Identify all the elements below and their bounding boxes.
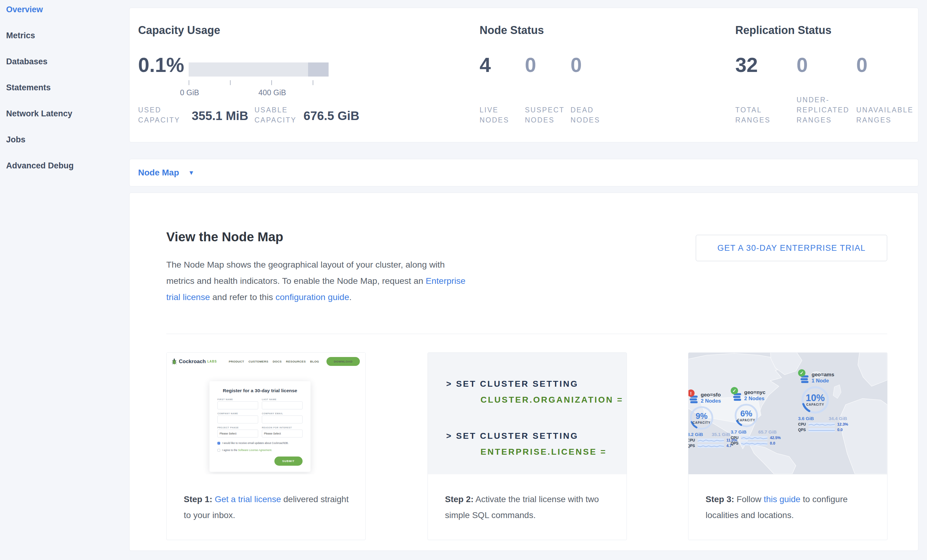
- capacity-gauge: 10% CAPACITY: [801, 385, 830, 414]
- capacity-axis-tick: [271, 80, 272, 85]
- node-map-dropdown-label: Node Map: [138, 168, 179, 178]
- used-gib: 3.6 GiB: [798, 416, 814, 421]
- unavailable-value: 0: [856, 53, 868, 77]
- sidebar: Overview Metrics Databases Statements Ne…: [6, 5, 123, 187]
- replication-status-title: Replication Status: [735, 24, 831, 37]
- qps-sparkline: [698, 444, 724, 448]
- content-area: Capacity Usage 0.1% 0 GiB 400 GiB USED C…: [129, 0, 918, 551]
- healthy-badge-icon: ✓: [798, 369, 805, 376]
- cpu-label: CPU: [731, 436, 741, 440]
- capacity-percent: 6%: [740, 409, 752, 418]
- dead-nodes-value: 0: [570, 53, 582, 77]
- capacity-percent: 9%: [696, 412, 707, 420]
- qps-label: QPS: [798, 428, 808, 432]
- cpu-sparkline: [808, 422, 835, 426]
- step3-label: Step 3:: [705, 495, 734, 504]
- step3-card: ! geo=sfo 2 Nodes: [688, 352, 887, 540]
- step1-caption: Step 1: Get a trial license delivered st…: [167, 474, 365, 523]
- capacity-bar-other-segment: [308, 62, 328, 77]
- sidebar-item-statements[interactable]: Statements: [6, 83, 123, 93]
- capacity-percent: 10%: [806, 394, 825, 402]
- capacity-axis-label-0: 0 GiB: [180, 88, 199, 97]
- capacity-bar: [188, 62, 328, 77]
- trial-license-form: Register for a 30-day trial license FIRS…: [210, 381, 310, 472]
- used-capacity-label: USED CAPACITY: [138, 105, 187, 125]
- cpu-value: 12.3%: [837, 422, 848, 426]
- configuration-guide-link[interactable]: configuration guide: [275, 292, 349, 302]
- qps-label: QPS: [688, 444, 698, 448]
- company-name-label: COMPANY NAME: [217, 413, 258, 414]
- mini-nav-blog: BLOG: [310, 360, 319, 363]
- mini-nav-customers: CUSTOMERS: [248, 360, 268, 363]
- mini-nav-docs: DOCS: [272, 360, 281, 363]
- under-replicated-label: UNDER-REPLICATED RANGES: [796, 95, 853, 125]
- live-nodes-value: 4: [480, 53, 491, 77]
- total-gib: 34.4 GiB: [829, 416, 847, 421]
- node-map-onboarding-panel: View the Node Map The Node Map shows the…: [129, 193, 918, 551]
- description-text: .: [349, 292, 351, 302]
- project-phase-select: Please Select: [217, 429, 258, 437]
- license-agreement-text: I agree to the Software License Agreemen…: [222, 449, 272, 452]
- email-updates-checkbox: [217, 442, 220, 445]
- node-map-description: The Node Map shows the geographical layo…: [166, 256, 470, 305]
- capacity-axis-label-400: 400 GiB: [258, 88, 286, 97]
- capacity-usage-title: Capacity Usage: [138, 24, 220, 37]
- company-name-field: [217, 416, 258, 423]
- section-divider: [166, 334, 887, 334]
- mini-nav-resources: RESOURCES: [286, 360, 306, 363]
- sql-arg-2: ENTERPRISE.LICENSE =: [480, 447, 626, 457]
- sidebar-item-jobs[interactable]: Jobs: [6, 135, 123, 144]
- cockroach-labs-logo-icon: [172, 358, 177, 365]
- step1-label: Step 1:: [184, 495, 212, 504]
- sidebar-item-metrics[interactable]: Metrics: [6, 31, 123, 40]
- capacity-caption: CAPACITY: [806, 403, 824, 406]
- mini-download-button: DOWNLOAD: [327, 357, 360, 366]
- first-name-field: [217, 401, 258, 409]
- qps-value: 0.0: [837, 428, 842, 432]
- capacity-axis-tick: [230, 80, 231, 85]
- sidebar-item-network-latency[interactable]: Network Latency: [6, 109, 123, 118]
- last-name-field: [262, 401, 302, 409]
- software-license-agreement-link: Software License Agreement.: [238, 449, 272, 452]
- capacity-caption: CAPACITY: [737, 419, 755, 422]
- qps-sparkline: [808, 428, 835, 432]
- mini-site-brand: Cockroach: [179, 358, 206, 365]
- used-capacity-value: 355.1 MiB: [192, 109, 248, 123]
- mini-site-header: Cockroach LABS PRODUCT CUSTOMERS DOCS RE…: [167, 353, 365, 366]
- get-trial-license-link[interactable]: Get a trial license: [215, 495, 281, 504]
- last-name-label: LAST NAME: [262, 398, 302, 401]
- company-email-label: COMPANY EMAIL: [262, 413, 302, 414]
- sql-command-1: > SET CLUSTER SETTING: [446, 379, 626, 389]
- mini-submit-button: SUBMIT: [274, 457, 303, 466]
- capacity-axis-tick: [188, 80, 189, 85]
- chevron-down-icon: ▼: [188, 169, 195, 176]
- locality-node-count: 2 Nodes: [744, 396, 765, 402]
- capacity-gauge: 6% CAPACITY: [734, 403, 759, 428]
- used-gib: 3.7 GiB: [731, 429, 747, 434]
- suspect-nodes-value: 0: [525, 53, 536, 77]
- usable-capacity-label: USABLE CAPACITY: [254, 105, 307, 125]
- first-name-label: FIRST NAME: [217, 398, 258, 401]
- enterprise-trial-button[interactable]: GET A 30-DAY ENTERPRISE TRIAL: [696, 235, 887, 261]
- node-map-dropdown[interactable]: Node Map ▼: [138, 168, 195, 178]
- sidebar-item-advanced-debug[interactable]: Advanced Debug: [6, 161, 123, 170]
- cpu-label: CPU: [798, 422, 808, 426]
- sidebar-item-databases[interactable]: Databases: [6, 57, 123, 67]
- step3-node-map-illustration: ! geo=sfo 2 Nodes: [688, 353, 887, 474]
- step2-sql-illustration: > SET CLUSTER SETTING CLUSTER.ORGANIZATI…: [428, 353, 626, 474]
- node-status-title: Node Status: [480, 24, 544, 37]
- page-title: View the Node Map: [166, 230, 283, 244]
- cpu-label: CPU: [688, 438, 698, 442]
- step2-card: > SET CLUSTER SETTING CLUSTER.ORGANIZATI…: [427, 352, 627, 540]
- sidebar-item-overview[interactable]: Overview: [6, 5, 123, 14]
- project-phase-label: PROJECT PHASE: [217, 426, 258, 429]
- this-guide-link[interactable]: this guide: [764, 495, 801, 504]
- qps-label: QPS: [731, 441, 741, 446]
- sql-command-2: > SET CLUSTER SETTING: [446, 431, 626, 441]
- locality-ams: ✓ geo=ams 1 Node: [798, 372, 859, 432]
- capacity-axis-tick: [313, 80, 313, 85]
- capacity-caption: CAPACITY: [693, 421, 710, 424]
- reason-select: Please Select: [262, 429, 302, 437]
- usable-capacity-value: 676.5 GiB: [304, 109, 359, 123]
- step1-card: Cockroach LABS PRODUCT CUSTOMERS DOCS RE…: [166, 352, 366, 540]
